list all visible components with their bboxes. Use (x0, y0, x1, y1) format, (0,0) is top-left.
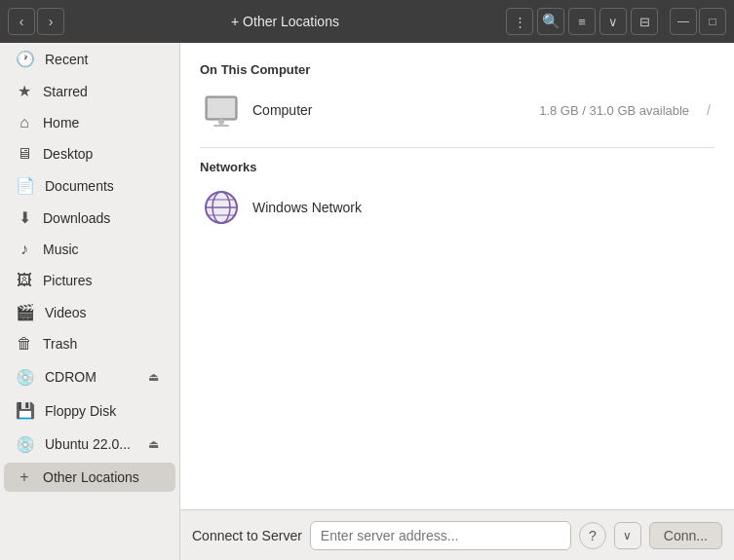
sidebar-item-desktop[interactable]: 🖥 Desktop (4, 139, 175, 168)
nav-controls: ‹ › (8, 8, 64, 35)
sidebar-item-label: Trash (43, 336, 164, 352)
videos-icon: 🎬 (16, 303, 35, 321)
other-locations-icon: + (16, 468, 33, 486)
music-icon: ♪ (16, 241, 33, 258)
cdrom-eject-button[interactable]: ⏏ (142, 366, 164, 388)
sidebar-item-videos[interactable]: 🎬 Videos (4, 297, 175, 327)
svg-point-9 (206, 192, 237, 223)
sidebar: 🕐 Recent ★ Starred ⌂ Home 🖥 Desktop 📄 Do… (0, 43, 180, 560)
window-controls: — □ (670, 8, 726, 35)
sidebar-item-home[interactable]: ⌂ Home (4, 108, 175, 137)
pictures-icon: 🖼 (16, 272, 33, 289)
sidebar-item-label: Other Locations (43, 469, 164, 485)
help-button[interactable]: ? (579, 522, 606, 549)
computer-arrow: / (707, 102, 711, 118)
downloads-icon: ⬇ (16, 208, 33, 227)
main-layout: 🕐 Recent ★ Starred ⌂ Home 🖥 Desktop 📄 Do… (0, 43, 734, 560)
cdrom-icon: 💿 (16, 368, 35, 387)
sidebar-item-label: Home (43, 115, 164, 131)
forward-button[interactable]: › (37, 8, 64, 35)
bookmarks-dropdown-button[interactable]: ∨ (614, 522, 641, 549)
view-toggle-button[interactable]: ∨ (599, 8, 627, 35)
connect-label: Connect to Server (192, 528, 302, 543)
sidebar-item-label: Starred (43, 84, 164, 99)
computer-name: Computer (252, 102, 525, 118)
sidebar-item-downloads[interactable]: ⬇ Downloads (4, 203, 175, 233)
sidebar-item-label: Documents (45, 178, 164, 194)
sidebar-item-trash[interactable]: 🗑 Trash (4, 329, 175, 358)
sidebar-item-ubuntu[interactable]: 💿 Ubuntu 22.0... ⏏ (4, 428, 175, 461)
sidebar-item-label: Downloads (43, 210, 164, 226)
server-address-input[interactable] (310, 521, 571, 550)
windows-network-item[interactable]: Windows Network (200, 182, 715, 233)
sidebar-item-label: Desktop (43, 146, 164, 162)
svg-rect-1 (208, 98, 235, 118)
network-icon (204, 190, 239, 225)
sidebar-item-label: CDROM (45, 369, 133, 385)
section-divider (200, 147, 715, 148)
maximize-button[interactable]: □ (699, 8, 726, 35)
sidebar-item-label: Pictures (43, 273, 164, 288)
home-icon: ⌂ (16, 114, 33, 131)
connect-to-server-bar: Connect to Server ? ∨ Conn... (180, 509, 734, 560)
toolbar-actions: ⋮ 🔍 ≡ ∨ ⊟ (506, 8, 658, 35)
sidebar-item-label: Ubuntu 22.0... (45, 436, 133, 452)
sidebar-item-label: Videos (45, 305, 164, 320)
content-scroll: On This Computer Computer 1.8 GB / 31.0 … (180, 43, 734, 509)
content-area: On This Computer Computer 1.8 GB / 31.0 … (180, 43, 734, 560)
on-this-computer-heading: On This Computer (200, 62, 715, 77)
back-button[interactable]: ‹ (8, 8, 35, 35)
svg-rect-3 (213, 125, 229, 127)
sidebar-item-recent[interactable]: 🕐 Recent (4, 44, 175, 74)
computer-item[interactable]: Computer 1.8 GB / 31.0 GB available / (200, 85, 715, 135)
computer-icon (204, 93, 239, 128)
minimize-button[interactable]: — (670, 8, 697, 35)
list-view-button[interactable]: ≡ (568, 8, 596, 35)
sidebar-item-documents[interactable]: 📄 Documents (4, 170, 175, 201)
sidebar-item-label: Floppy Disk (45, 403, 164, 419)
search-button[interactable]: 🔍 (537, 8, 564, 35)
ubuntu-icon: 💿 (16, 435, 35, 454)
sidebar-item-starred[interactable]: ★ Starred (4, 76, 175, 106)
sidebar-item-floppy[interactable]: 💾 Floppy Disk (4, 395, 175, 426)
sidebar-item-cdrom[interactable]: 💿 CDROM ⏏ (4, 360, 175, 393)
sidebar-item-label: Music (43, 242, 164, 257)
svg-point-2 (218, 119, 224, 125)
computer-storage: 1.8 GB / 31.0 GB available (539, 103, 689, 118)
starred-icon: ★ (16, 82, 33, 100)
sidebar-item-pictures[interactable]: 🖼 Pictures (4, 266, 175, 295)
sidebar-item-label: Recent (45, 52, 164, 67)
titlebar: ‹ › + Other Locations ⋮ 🔍 ≡ ∨ ⊟ — □ (0, 0, 734, 43)
desktop-icon: 🖥 (16, 145, 33, 163)
connect-button[interactable]: Conn... (649, 522, 722, 549)
networks-heading: Networks (200, 160, 715, 174)
documents-icon: 📄 (16, 176, 35, 195)
window-title: + Other Locations (68, 14, 502, 29)
floppy-icon: 💾 (16, 401, 35, 420)
menu-button[interactable]: ⋮ (506, 8, 533, 35)
sidebar-item-other-locations[interactable]: + Other Locations (4, 463, 175, 492)
trash-icon: 🗑 (16, 335, 33, 353)
sidebar-item-music[interactable]: ♪ Music (4, 235, 175, 264)
windows-network-name: Windows Network (252, 200, 711, 215)
ubuntu-eject-button[interactable]: ⏏ (142, 433, 164, 455)
recent-icon: 🕐 (16, 50, 35, 68)
grid-view-button[interactable]: ⊟ (631, 8, 658, 35)
